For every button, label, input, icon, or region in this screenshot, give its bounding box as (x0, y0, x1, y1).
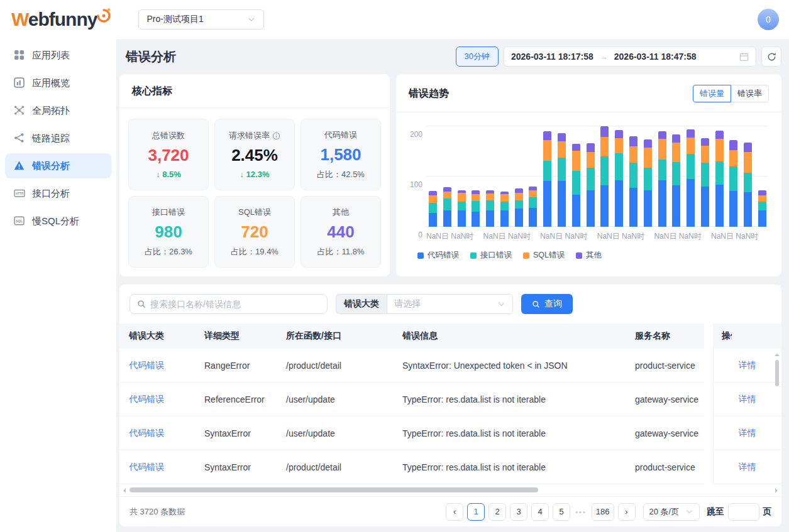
trend-toggle-错误率[interactable]: 错误率 (731, 85, 769, 102)
quick-range-button[interactable]: 30分钟 (456, 46, 499, 67)
date-range-picker[interactable]: 2026-03-11 18:17:58 → 2026-03-11 18:47:5… (504, 46, 756, 67)
webfunny-logo: Webfunny (11, 10, 112, 29)
bar-segment-其他 (729, 140, 737, 149)
trend-chart: 0100200 NaN日 NaN时NaN日 NaN时NaN日 NaN时NaN日 … (396, 112, 781, 261)
pager: ‹12345•••186›20 条/页跳至页 (446, 503, 771, 521)
horizontal-scrollbar-thumb[interactable] (130, 487, 538, 492)
bar-segment-接口错误 (529, 197, 537, 208)
jump-page-input[interactable] (728, 503, 759, 521)
bar-segment-代码错误 (629, 188, 637, 227)
scroll-up-arrow-icon[interactable] (775, 354, 780, 356)
vertical-scrollbar[interactable] (775, 354, 780, 511)
bar-segment-接口错误 (458, 202, 466, 210)
x-tick-label: NaN日 NaN时 (483, 231, 540, 242)
overview-icon (14, 77, 25, 89)
project-select[interactable]: Pro-测试项目1 (138, 9, 264, 30)
category-label: 错误大类 (336, 294, 387, 314)
bar-segment-SQL错误 (701, 146, 709, 163)
cell-type: RangeError (204, 361, 286, 371)
sidebar-item-全局拓扑[interactable]: 全局拓扑 (5, 98, 111, 123)
cards-row: 核心指标 总错误数 3,720 ↓ 8.5%请求错误率 2.45% ↓ 12.3… (119, 74, 781, 276)
cell-category[interactable]: 代码错误 (129, 360, 204, 371)
bar-segment-SQL错误 (629, 146, 637, 163)
sidebar-item-应用概览[interactable]: 应用概览 (5, 70, 111, 95)
refresh-button[interactable] (761, 46, 781, 67)
col-header-service: 服务名称 (635, 330, 704, 342)
bar-24 (758, 190, 766, 227)
bar-segment-代码错误 (587, 190, 595, 227)
sidebar-item-链路追踪[interactable]: 链路追踪 (5, 126, 111, 151)
bar-8 (529, 187, 537, 227)
legend-item-SQL错误[interactable]: SQL错误 (523, 250, 565, 261)
table-row: 代码错误 SyntaxError /user/update TypeError:… (119, 416, 781, 450)
detail-link[interactable]: 详情 (739, 394, 756, 405)
prev-page-button[interactable]: ‹ (446, 503, 463, 521)
bar-segment-代码错误 (672, 185, 680, 227)
bar-segment-SQL错误 (572, 151, 580, 171)
sidebar-item-label: 错误分析 (32, 160, 70, 172)
bar-segment-SQL错误 (443, 192, 451, 198)
sidebar-item-接口分析[interactable]: HTTP接口分析 (5, 181, 111, 206)
cell-category[interactable]: 代码错误 (129, 462, 204, 473)
sidebar-item-label: 慢SQL分析 (32, 215, 79, 227)
next-page-button[interactable]: › (618, 503, 636, 521)
legend-item-代码错误[interactable]: 代码错误 (417, 250, 459, 261)
avatar[interactable]: 0 (758, 9, 779, 30)
cell-category[interactable]: 代码错误 (129, 428, 204, 439)
info-icon[interactable] (272, 132, 280, 140)
metric-tile-其他: 其他 440 占比：11.8% (301, 196, 381, 268)
bar-19 (687, 129, 695, 227)
bar-segment-代码错误 (715, 185, 724, 227)
cell-category[interactable]: 代码错误 (129, 394, 204, 405)
search-input[interactable] (150, 299, 320, 309)
legend-marker (470, 252, 477, 259)
page-button-4[interactable]: 4 (531, 503, 549, 521)
sidebar-item-错误分析[interactable]: 错误分析 (5, 153, 111, 178)
page-title: 错误分析 (126, 48, 176, 65)
page-size-select[interactable]: 20 条/页 (643, 503, 700, 521)
legend-item-接口错误[interactable]: 接口错误 (470, 250, 512, 261)
bar-4 (472, 190, 480, 227)
sidebar-item-慢SQL分析[interactable]: SQL慢SQL分析 (5, 209, 111, 234)
query-button[interactable]: 查询 (521, 294, 573, 314)
bar-segment-SQL错误 (587, 152, 595, 168)
detail-link[interactable]: 详情 (739, 360, 756, 371)
sidebar-item-应用列表[interactable]: 应用列表 (5, 43, 111, 68)
page-button-1[interactable]: 1 (467, 503, 485, 521)
filter-row: 错误大类 请选择 查询 (119, 294, 781, 323)
bar-segment-SQL错误 (644, 148, 652, 168)
time-controls: 30分钟 2026-03-11 18:17:58 → 2026-03-11 18… (456, 46, 781, 67)
bar-2 (443, 187, 451, 227)
bar-segment-代码错误 (758, 210, 766, 227)
metric-value: 3,720 (148, 146, 189, 165)
legend-item-其他[interactable]: 其他 (576, 250, 602, 261)
page-button-5[interactable]: 5 (553, 503, 570, 521)
bar-segment-SQL错误 (515, 193, 523, 201)
detail-link[interactable]: 详情 (739, 462, 756, 473)
cell-message: TypeError: res.data.list is not iterable (402, 394, 635, 404)
page-button-186[interactable]: 186 (592, 503, 614, 521)
bar-segment-SQL错误 (429, 195, 437, 204)
jump-suffix: 页 (763, 506, 772, 518)
category-select[interactable]: 请选择 (387, 294, 513, 314)
page-button-3[interactable]: 3 (510, 503, 527, 521)
svg-text:SQL: SQL (16, 219, 23, 223)
bar-segment-代码错误 (701, 187, 709, 227)
page-button-2[interactable]: 2 (488, 503, 506, 521)
bar-segment-接口错误 (644, 168, 652, 190)
bar-segment-其他 (572, 144, 580, 151)
total-count: 共 3720 条数据 (130, 506, 185, 518)
start-time: 2026-03-11 18:17:58 (511, 52, 593, 62)
scroll-left-arrow-icon[interactable] (123, 488, 126, 493)
vertical-scrollbar-thumb[interactable] (775, 360, 779, 386)
bar-segment-代码错误 (572, 195, 580, 227)
legend-marker (576, 252, 582, 259)
detail-link[interactable]: 详情 (739, 428, 756, 439)
sql-icon: SQL (14, 215, 25, 227)
horizontal-scrollbar[interactable] (123, 486, 778, 494)
bar-segment-SQL错误 (672, 143, 680, 161)
logo-text: Webfunny (11, 10, 97, 29)
bar-segment-SQL错误 (500, 194, 509, 202)
trend-toggle-错误量[interactable]: 错误量 (693, 85, 731, 102)
refresh-icon (767, 52, 776, 62)
